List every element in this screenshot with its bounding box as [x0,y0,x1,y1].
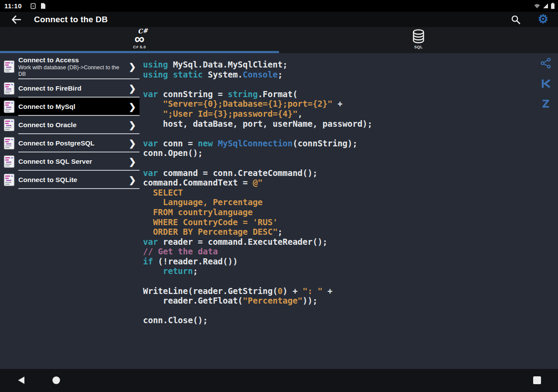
code-line [143,128,535,139]
search-icon[interactable] [511,15,521,24]
tab-bar: C# ∞ C# 5.0 SQL [0,27,558,53]
code-line: "Server={0};Database={1};port={2}" + [143,99,535,109]
nav-home-button[interactable] [52,376,61,385]
code-line: var connString = string.Format( [143,89,535,99]
sidebar-item-subtitle: Work with database (DB)->Connect to the … [18,64,126,78]
chevron-right-icon: ❯ [129,101,136,112]
code-line: Language, Percentage [143,197,535,207]
divider [18,188,140,189]
code-line: FROM countrylanguage [143,207,535,217]
tab-csharp[interactable]: C# ∞ C# 5.0 [0,27,279,51]
code-action-bar: Z [539,57,552,110]
skip-back-icon[interactable] [541,78,551,89]
code-file-icon [3,155,15,168]
file-notification-icon [41,3,46,9]
chevron-right-icon: ❯ [129,175,136,185]
code-line: command.CommandText = @" [143,178,535,188]
code-line: ORDER BY Percentage DESC"; [143,227,535,237]
sidebar-item-text: Connect to Oracle [18,121,137,129]
android-nav-bar [0,369,558,392]
chevron-right-icon: ❯ [129,83,136,94]
sidebar-item-title: Connect to Access [18,56,126,64]
code-line: host, dataBase, port, userName, password… [143,119,535,129]
app-bar: Connect to the DB ⚙ [0,12,558,27]
code-line: var reader = command.ExecuteReader(); [143,237,535,247]
csharp-infinity-icon: C# ∞ [132,28,148,44]
battery-icon [551,3,555,9]
code-line: WHERE CountryCode = 'RUS' [143,217,535,227]
notification-icons [31,3,46,9]
code-line [143,306,535,316]
share-icon[interactable] [540,57,551,69]
code-file-icon [3,82,15,95]
sidebar-item-title: Connect to SQLite [18,176,126,184]
code-file-icon [3,60,15,73]
code-line: conn.Open(); [143,148,535,158]
code-line: if (!reader.Read()) [143,257,535,267]
code-line [143,276,535,286]
code-line [143,79,535,89]
nav-back-button[interactable] [17,376,25,385]
content: Connect to Access Work with database (DB… [0,53,558,369]
code-line [143,158,535,168]
sidebar-item-text: Connect to FireBird [18,84,137,92]
sidebar-item-title: Connect to Oracle [18,121,126,129]
chevron-right-icon: ❯ [129,61,136,72]
sidebar-item-text: Connect to SQLite [18,176,137,184]
sidebar-item-title: Connect to MySql [18,103,126,111]
sidebar-item[interactable]: Connect to Access Work with database (DB… [0,54,140,79]
sidebar-item[interactable]: Connect to SQLite ❯ [0,171,140,189]
tab-csharp-label: C# 5.0 [133,45,146,49]
code-file-icon [3,100,15,113]
code-line: return; [143,266,535,276]
sidebar-item[interactable]: Connect to MySql ❯ [0,98,140,116]
cellular-signal-icon [543,3,548,9]
z-icon[interactable]: Z [542,98,549,110]
sidebar-item-text: Connect to PostgreSQL [18,139,137,147]
database-icon [412,28,425,44]
sidebar-item[interactable]: Connect to SQL Server ❯ [0,152,140,171]
code-line: WriteLine(reader.GetString(0) + ": " + [143,286,535,296]
code-line: SELECT [143,188,535,198]
sidebar-item-title: Connect to FireBird [18,84,126,92]
sidebar: Connect to Access Work with database (DB… [0,54,140,189]
wifi-icon [534,3,541,9]
sidebar-item-text: Connect to SQL Server [18,158,137,166]
code-line: using static System.Console; [143,70,535,80]
code-line: var command = conn.CreateCommand(); [143,168,535,178]
screenshot-notification-icon [31,3,36,9]
sidebar-item-title: Connect to SQL Server [18,158,126,166]
settings-gear-icon[interactable]: ⚙ [538,14,548,25]
code-line: // Get the data [143,247,535,257]
page-title: Connect to the DB [34,15,108,24]
code-file-icon [3,137,15,150]
code-line: var conn = new MySqlConnection(connStrin… [143,139,535,149]
code-line: using MySql.Data.MySqlClient; [143,60,535,70]
code-view[interactable]: using MySql.Data.MySqlClient;using stati… [143,60,535,325]
sidebar-item[interactable]: Connect to Oracle ❯ [0,116,140,134]
code-line: conn.Close(); [143,315,535,325]
tab-sql-label: SQL [414,45,423,49]
sidebar-item-title: Connect to PostgreSQL [18,139,126,147]
status-time: 11:10 [4,2,22,10]
code-line: ";User Id={3};password={4}", [143,109,535,119]
status-bar: 11:10 [0,0,558,12]
back-arrow-icon[interactable] [11,15,21,24]
sidebar-item-text: Connect to MySql [18,103,137,111]
chevron-right-icon: ❯ [129,120,136,130]
chevron-right-icon: ❯ [129,156,136,167]
code-file-icon [3,173,15,186]
sidebar-item-text: Connect to Access Work with database (DB… [18,56,137,78]
nav-recents-button[interactable] [533,376,541,385]
sidebar-item[interactable]: Connect to PostgreSQL ❯ [0,134,140,152]
tab-sql[interactable]: SQL [279,27,558,51]
system-status-icons [534,3,555,9]
sidebar-item[interactable]: Connect to FireBird ❯ [0,79,140,98]
code-line: reader.GetFloat("Percentage")); [143,296,535,306]
screen: 11:10 [0,0,558,392]
chevron-right-icon: ❯ [129,138,136,149]
code-file-icon [3,118,15,132]
